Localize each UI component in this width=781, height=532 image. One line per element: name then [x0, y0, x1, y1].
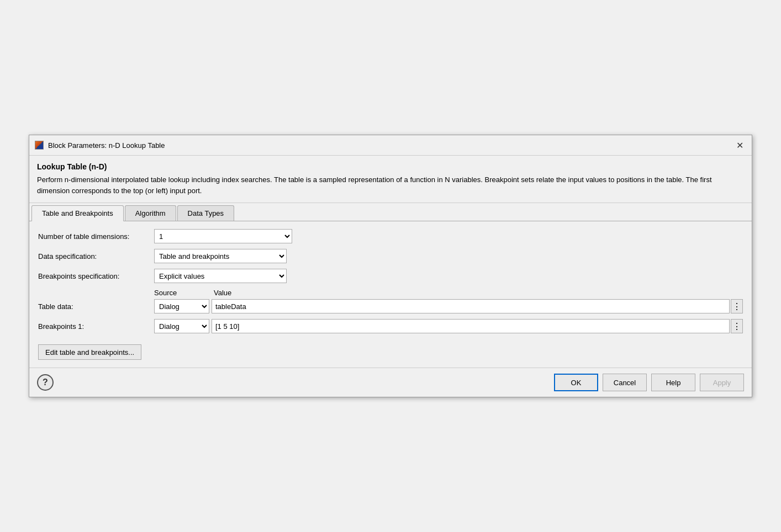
breakpoints1-source-select[interactable]: Dialog Input port	[154, 319, 209, 333]
data-spec-select[interactable]: Table and breakpoints Lookup table objec…	[154, 249, 287, 263]
data-spec-label: Data specification:	[38, 252, 154, 260]
breakpoints1-dots-button[interactable]: ⋮	[731, 319, 743, 333]
dialog-title: Block Parameters: n-D Lookup Table	[48, 141, 165, 150]
tab-table-breakpoints[interactable]: Table and Breakpoints	[31, 205, 124, 221]
source-value-header: Source Value	[154, 289, 743, 297]
cancel-button[interactable]: Cancel	[603, 374, 647, 391]
table-data-value-input[interactable]	[212, 299, 730, 313]
main-dialog: Block Parameters: n-D Lookup Table ✕ Loo…	[29, 135, 752, 397]
breakpoints1-label: Breakpoints 1:	[38, 322, 154, 331]
table-data-value-wrap: ⋮	[212, 299, 743, 313]
dimensions-select[interactable]: 1 2 3 4	[154, 229, 292, 243]
data-spec-row: Data specification: Table and breakpoint…	[38, 249, 743, 263]
breakpoints1-row: Breakpoints 1: Dialog Input port ⋮	[38, 319, 743, 333]
dimensions-control: 1 2 3 4	[154, 229, 292, 243]
value-header: Value	[214, 289, 231, 297]
breakpoints1-value-wrap: ⋮	[212, 319, 743, 333]
source-header: Source	[154, 289, 213, 297]
content-area: Number of table dimensions: 1 2 3 4 Data…	[29, 221, 752, 368]
tab-data-types[interactable]: Data Types	[177, 205, 235, 221]
data-spec-control: Table and breakpoints Lookup table objec…	[154, 249, 287, 263]
breakpoints-spec-label: Breakpoints specification:	[38, 272, 154, 280]
title-bar-left: Block Parameters: n-D Lookup Table	[35, 141, 165, 150]
table-data-row: Table data: Dialog Input port ⋮	[38, 299, 743, 313]
table-data-dots-button[interactable]: ⋮	[731, 299, 743, 313]
breakpoints-spec-row: Breakpoints specification: Explicit valu…	[38, 269, 743, 283]
footer-buttons: OK Cancel Help Apply	[554, 374, 744, 391]
close-button[interactable]: ✕	[733, 139, 746, 152]
table-data-source-select[interactable]: Dialog Input port	[154, 299, 209, 313]
tab-algorithm[interactable]: Algorithm	[125, 205, 176, 221]
table-data-label: Table data:	[38, 302, 154, 311]
breakpoints-spec-select[interactable]: Explicit values Even spacing	[154, 269, 287, 283]
help-button[interactable]: Help	[651, 374, 695, 391]
description-text: Perform n-dimensional interpolated table…	[37, 174, 744, 196]
description-area: Lookup Table (n-D) Perform n-dimensional…	[29, 156, 752, 203]
tabs-row: Table and Breakpoints Algorithm Data Typ…	[29, 203, 752, 221]
ok-button[interactable]: OK	[554, 374, 598, 391]
dimensions-label: Number of table dimensions:	[38, 232, 154, 241]
footer: ? OK Cancel Help Apply	[29, 368, 752, 397]
help-icon-button[interactable]: ?	[37, 374, 54, 391]
block-title: Lookup Table (n-D)	[37, 162, 744, 171]
apply-button[interactable]: Apply	[700, 374, 744, 391]
edit-table-button[interactable]: Edit table and breakpoints...	[38, 344, 141, 360]
block-icon	[35, 141, 44, 150]
title-bar: Block Parameters: n-D Lookup Table ✕	[29, 135, 752, 156]
breakpoints1-value-input[interactable]	[212, 319, 730, 333]
dimensions-row: Number of table dimensions: 1 2 3 4	[38, 229, 743, 243]
breakpoints-spec-control: Explicit values Even spacing	[154, 269, 287, 283]
